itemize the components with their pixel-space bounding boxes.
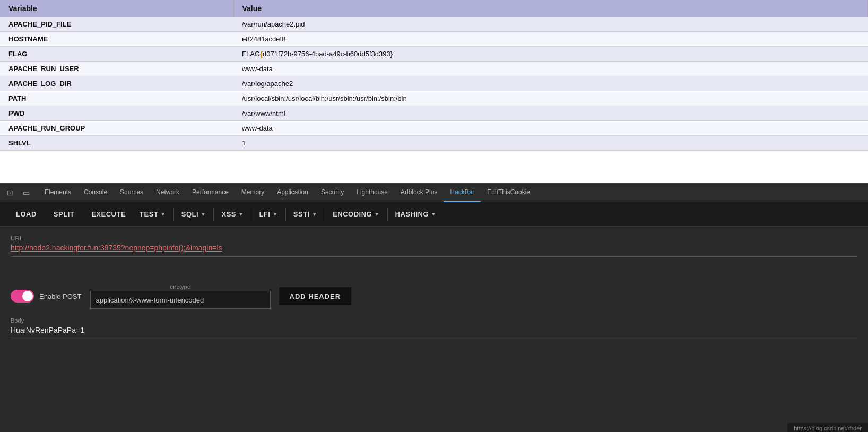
env-table: Variable Value APACHE_PID_FILE/var/run/a… — [0, 0, 868, 151]
devtools-icon-group: ⊡ ▭ — [4, 187, 32, 198]
url-label: URL — [11, 235, 857, 241]
divider-2 — [213, 208, 214, 221]
test-arrow-icon: ▼ — [160, 211, 166, 217]
val-cell: e82481acdef8 — [233, 32, 868, 47]
sqli-arrow-icon: ▼ — [201, 211, 206, 217]
divider-3 — [251, 208, 251, 221]
var-cell: HOSTNAME — [0, 32, 233, 47]
val-cell: www-data — [233, 62, 868, 76]
devtools-tab-hackbar[interactable]: HackBar — [444, 183, 481, 202]
devtools-tab-lighthouse[interactable]: Lighthouse — [350, 183, 394, 202]
encoding-arrow-icon: ▼ — [374, 211, 379, 217]
hashing-arrow-icon: ▼ — [431, 211, 436, 217]
toggle-knob — [22, 291, 33, 301]
table-row: APACHE_PID_FILE/var/run/apache2.pid — [0, 17, 868, 32]
devtools-tab-adblock[interactable]: Adblock Plus — [394, 183, 444, 202]
var-cell: APACHE_PID_FILE — [0, 17, 233, 32]
var-cell: APACHE_LOG_DIR — [0, 76, 233, 91]
add-header-button[interactable]: ADD HEADER — [279, 287, 352, 305]
footer-url: https://blog.csdn.net/rfrder — [787, 423, 868, 432]
divider-5 — [325, 208, 325, 221]
var-cell: APACHE_RUN_USER — [0, 62, 233, 76]
val-cell: FLAG{d071f72b-9756-4bad-a49c-b60dd5f3d39… — [233, 47, 868, 62]
table-row: FLAGFLAG{d071f72b-9756-4bad-a49c-b60dd5f… — [0, 47, 868, 62]
value-header: Value — [233, 0, 868, 17]
url-section: URL http://node2.hackingfor.fun:39735?ne… — [11, 235, 857, 257]
table-row: PWD/var/www/html — [0, 106, 868, 121]
table-row: APACHE_RUN_USERwww-data — [0, 62, 868, 76]
devtools-tabbar: ⊡ ▭ ElementsConsoleSourcesNetworkPerform… — [0, 183, 868, 202]
var-cell: APACHE_RUN_GROUP — [0, 121, 233, 136]
body-value[interactable]: HuaiNvRenPaPaPa=1 — [11, 326, 857, 339]
env-table-container: Variable Value APACHE_PID_FILE/var/run/a… — [0, 0, 868, 183]
xss-arrow-icon: ▼ — [238, 211, 244, 217]
table-row: PATH/usr/local/sbin:/usr/local/bin:/usr/… — [0, 91, 868, 106]
devtools-tab-sources[interactable]: Sources — [114, 183, 150, 202]
enctype-select-wrapper: enctype application/x-www-form-urlencode… — [90, 283, 271, 309]
table-row: HOSTNAMEe82481acdef8 — [0, 32, 868, 47]
xss-dropdown[interactable]: XSS ▼ — [217, 207, 248, 221]
ssti-dropdown[interactable]: SSTI ▼ — [289, 207, 322, 221]
url-value[interactable]: http://node2.hackingfor.fun:39735?nepnep… — [11, 244, 857, 257]
body-section: Body HuaiNvRenPaPaPa=1 — [11, 317, 857, 339]
devtools-tab-editthiscookie[interactable]: EditThisCookie — [481, 183, 536, 202]
flag-prefix: FLAG — [242, 50, 260, 58]
variable-header: Variable — [0, 0, 233, 17]
post-section: Enable POST enctype application/x-www-fo… — [11, 283, 857, 309]
table-row: APACHE_LOG_DIR/var/log/apache2 — [0, 76, 868, 91]
enable-post-label: Enable POST — [39, 292, 82, 300]
enable-post-toggle[interactable] — [11, 290, 34, 303]
divider-6 — [387, 208, 388, 221]
val-cell: www-data — [233, 121, 868, 136]
devtools-tab-security[interactable]: Security — [315, 183, 350, 202]
table-row: SHLVL1 — [0, 136, 868, 151]
encoding-dropdown[interactable]: ENCODING ▼ — [328, 207, 384, 221]
enctype-label: enctype — [90, 283, 271, 290]
lfi-arrow-icon: ▼ — [272, 211, 277, 217]
hackbar-toolbar: LOAD SPLIT EXECUTE TEST ▼ SQLI ▼ XSS ▼ L… — [0, 202, 868, 227]
var-cell: PATH — [0, 91, 233, 106]
lfi-dropdown[interactable]: LFI ▼ — [255, 207, 282, 221]
devtools-tab-console[interactable]: Console — [77, 183, 114, 202]
devtools-tab-elements[interactable]: Elements — [38, 183, 77, 202]
enctype-select[interactable]: application/x-www-form-urlencoded multip… — [90, 291, 271, 309]
val-cell: 1 — [233, 136, 868, 151]
val-cell: /usr/local/sbin:/usr/local/bin:/usr/sbin… — [233, 91, 868, 106]
divider-1 — [173, 208, 174, 221]
devtools-tab-memory[interactable]: Memory — [235, 183, 271, 202]
val-cell: /var/www/html — [233, 106, 868, 121]
enable-post-toggle-wrapper: Enable POST — [11, 290, 82, 303]
var-cell: PWD — [0, 106, 233, 121]
test-dropdown[interactable]: TEST ▼ — [135, 207, 170, 221]
flag-content: d071f72b-9756-4bad-a49c-b60dd5f3d393} — [263, 50, 393, 58]
inspect-icon[interactable]: ⊡ — [4, 187, 16, 198]
device-icon[interactable]: ▭ — [20, 187, 32, 198]
sqli-dropdown[interactable]: SQLI ▼ — [177, 207, 211, 221]
load-button[interactable]: LOAD — [8, 207, 44, 221]
devtools-tab-application[interactable]: Application — [271, 183, 315, 202]
val-cell: /var/log/apache2 — [233, 76, 868, 91]
body-label: Body — [11, 317, 857, 324]
table-row: APACHE_RUN_GROUPwww-data — [0, 121, 868, 136]
hashing-dropdown[interactable]: HASHING ▼ — [391, 207, 441, 221]
divider-4 — [285, 208, 286, 221]
devtools-tab-performance[interactable]: Performance — [186, 183, 235, 202]
devtools-tab-network[interactable]: Network — [150, 183, 186, 202]
hackbar-main: URL http://node2.hackingfor.fun:39735?ne… — [0, 227, 868, 432]
val-cell: /var/run/apache2.pid — [233, 17, 868, 32]
ssti-arrow-icon: ▼ — [312, 211, 317, 217]
var-cell: SHLVL — [0, 136, 233, 151]
execute-button[interactable]: EXECUTE — [84, 207, 133, 221]
var-cell: FLAG — [0, 47, 233, 62]
split-button[interactable]: SPLIT — [46, 207, 82, 221]
